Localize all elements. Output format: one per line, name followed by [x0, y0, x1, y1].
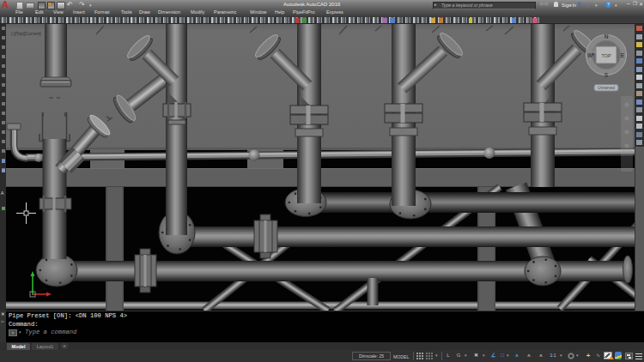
- svg-text:S: S: [605, 72, 609, 78]
- svg-text:Unnamed: Unnamed: [598, 86, 615, 90]
- svg-text:W: W: [587, 52, 593, 58]
- svg-text:E: E: [621, 52, 625, 58]
- svg-text:N: N: [605, 33, 609, 39]
- svg-text:TOP: TOP: [601, 53, 611, 58]
- svg-text:[-][Top][Current]: [-][Top][Current]: [11, 31, 41, 36]
